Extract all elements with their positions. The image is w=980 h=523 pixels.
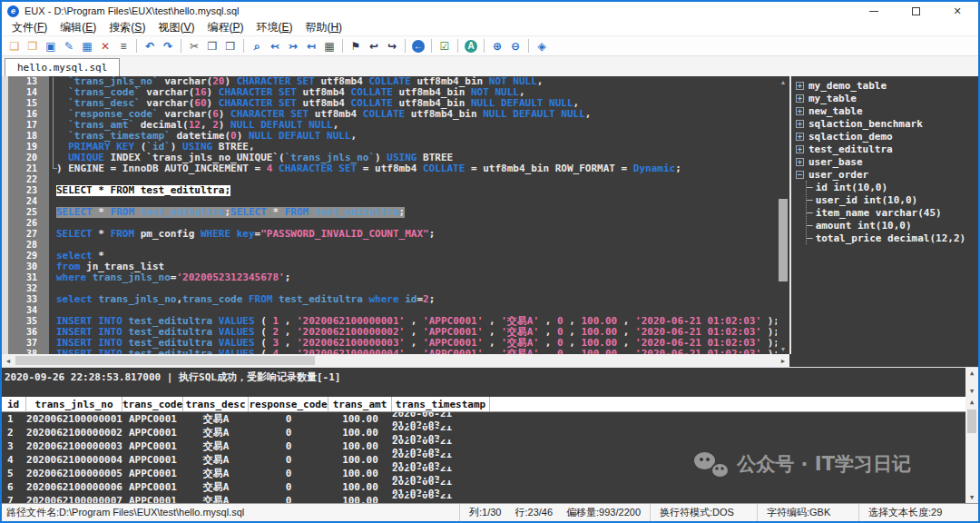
menu-item-p[interactable]: 编程(P)	[201, 20, 250, 35]
menu-item-s[interactable]: 搜索(S)	[103, 20, 152, 35]
save-all-icon[interactable]: ▦	[79, 38, 95, 54]
scroll-down-icon[interactable]: ▼	[965, 386, 978, 397]
expand-icon[interactable]: +	[796, 133, 804, 141]
menu-item-e[interactable]: 环境(E)	[250, 20, 299, 35]
tree-item-sqlaction_demo[interactable]: +sqlaction_demo	[796, 130, 978, 143]
expand-icon[interactable]: +	[796, 94, 804, 103]
column-header-trans_jnls_no[interactable]: trans_jnls_no	[26, 397, 122, 411]
code-line[interactable]: 31where trans_jnls_no='2020052312345678'…	[2, 272, 777, 283]
tree-column-item[interactable]: user_id int(10,0)	[807, 193, 978, 206]
code-line[interactable]: 29select *	[2, 251, 777, 262]
code-line[interactable]: 15 `trans_desc` varchar(60) CHARACTER SE…	[2, 98, 777, 109]
output-vertical-scrollbar[interactable]: ▲ ▼	[965, 368, 978, 397]
tree-column-item[interactable]: total_price decimal(12,2)	[807, 232, 978, 244]
menu-item-e[interactable]: 编辑(E)	[54, 20, 103, 35]
tree-item-my_demo_table[interactable]: +my_demo_table	[796, 79, 978, 92]
bookmark-icon[interactable]: ⚑	[348, 38, 364, 54]
tree-column-item[interactable]: id int(10,0)	[807, 181, 978, 193]
code-line[interactable]: 36INSERT INTO test_editultra VALUES ( 2 …	[2, 327, 777, 338]
column-header-trans_amt[interactable]: trans_amt	[328, 397, 392, 411]
expand-icon[interactable]: +	[796, 158, 804, 166]
table-row[interactable]: 22020062100000002APPC0001交易A0100.002020-…	[2, 426, 978, 439]
back-icon[interactable]: ←	[412, 40, 425, 53]
code-line[interactable]: 20 UNIQUE INDEX `trans_jnls_no_UNIQUE`(`…	[2, 153, 777, 163]
column-header-trans_desc[interactable]: trans_desc	[183, 397, 249, 411]
code-line[interactable]: 30from jn_trans_list	[2, 262, 777, 272]
scrollbar-thumb[interactable]	[779, 199, 788, 282]
tree-item-user_base[interactable]: +user_base	[796, 155, 978, 168]
find-icon[interactable]: ⌕	[249, 38, 265, 54]
results-vertical-scrollbar[interactable]: ▲ ▼	[965, 397, 978, 503]
find-next-icon[interactable]: ↣	[285, 38, 301, 54]
replace-icon[interactable]: ▦	[321, 38, 338, 54]
zoom-in-icon[interactable]: ⊕	[489, 38, 505, 54]
prev-bookmark-icon[interactable]: ↩	[366, 38, 382, 54]
code-line[interactable]: 37INSERT INTO test_editultra VALUES ( 3 …	[2, 338, 777, 349]
code-line[interactable]: 33select trans_jnls_no,trans_code FROM t…	[2, 294, 777, 305]
code-line[interactable]: 16 `response_code` varchar(6) CHARACTER …	[2, 109, 777, 120]
paste-icon[interactable]: ❒	[222, 38, 239, 54]
code-line[interactable]: 21) ENGINE = InnoDB AUTO_INCREMENT = 4 C…	[2, 163, 777, 174]
tab-hello-mysql-sql[interactable]: hello.mysql.sql	[5, 58, 120, 76]
minimize-button[interactable]	[853, 2, 895, 20]
code-editor[interactable]: 13 `trans_jnls_no` varchar(20) CHARACTER…	[2, 76, 777, 354]
expand-icon[interactable]: +	[796, 145, 804, 153]
scroll-up-icon[interactable]: ▲	[965, 368, 978, 379]
tree-column-item[interactable]: item_name varchar(45)	[807, 206, 978, 219]
column-header-response_code[interactable]: response_code	[249, 397, 328, 411]
highlight-icon[interactable]: A	[465, 40, 477, 53]
collapse-icon[interactable]: −	[796, 171, 804, 179]
copy-icon[interactable]: ❐	[204, 38, 220, 54]
code-line[interactable]: 19 PRIMARY KEY (`id`) USING BTREE,	[2, 142, 777, 153]
table-row[interactable]: 12020062100000001APPC0001交易A0100.002020-…	[2, 412, 978, 426]
find-prev-icon[interactable]: ↢	[267, 38, 283, 54]
syntax-check-icon[interactable]: ☑	[436, 38, 453, 54]
code-line[interactable]: 13 `trans_jnls_no` varchar(20) CHARACTER…	[2, 76, 777, 87]
menu-item-h[interactable]: 帮助(H)	[299, 20, 348, 35]
tree-item-new_table[interactable]: +new_table	[796, 104, 978, 117]
code-line[interactable]: 18 `trans_timestamp` datetime(0) NULL DE…	[2, 131, 777, 142]
code-line[interactable]: 17 `trans_amt` decimal(12, 2) NULL DEFAU…	[2, 120, 777, 131]
cut-icon[interactable]: ✂	[186, 38, 202, 54]
scroll-right-icon[interactable]: ►	[777, 354, 789, 367]
save-as-icon[interactable]: ✎	[61, 38, 77, 54]
scroll-left-icon[interactable]: ◄	[2, 354, 15, 367]
menu-item-f[interactable]: 文件(F)	[5, 20, 54, 35]
code-line[interactable]: 24	[2, 196, 777, 207]
code-line[interactable]: 14 `trans_code` varchar(16) CHARACTER SE…	[2, 87, 777, 98]
zoom-out-icon[interactable]: ⊖	[507, 38, 524, 54]
editor-horizontal-scrollbar[interactable]: ◄ ►	[2, 354, 789, 367]
tree-item-my_table[interactable]: +my_table	[796, 92, 978, 104]
code-line[interactable]: 35INSERT INTO test_editultra VALUES ( 1 …	[2, 316, 777, 327]
scroll-up-icon[interactable]: ▲	[777, 76, 789, 87]
column-header-trans_code[interactable]: trans_code	[122, 397, 183, 411]
code-line[interactable]: 25SELECT * FROM test_editultra;SELECT * …	[2, 207, 777, 218]
tree-column-item[interactable]: amount int(10,0)	[807, 219, 978, 232]
tree-item-sqlaction_benchmark[interactable]: +sqlaction_benchmark	[796, 117, 978, 130]
expand-icon[interactable]: +	[796, 107, 804, 115]
undo-icon[interactable]: ↶	[142, 38, 158, 54]
column-header-trans_timestamp[interactable]: trans_timestamp	[392, 397, 490, 411]
expand-icon[interactable]: +	[796, 82, 804, 90]
scrollbar-thumb[interactable]	[15, 356, 315, 365]
close-file-icon[interactable]: ✕	[97, 38, 113, 54]
code-line[interactable]: 34	[2, 305, 777, 316]
save-icon[interactable]: ▣	[43, 38, 59, 54]
expand-icon[interactable]: +	[796, 120, 804, 128]
menu-item-v[interactable]: 视图(V)	[152, 20, 201, 35]
scrollbar-thumb[interactable]	[967, 410, 976, 433]
tree-item-test_editultra[interactable]: +test_editultra	[796, 143, 978, 155]
editor-vertical-scrollbar[interactable]: ▲ ▼	[777, 76, 789, 354]
maximize-button[interactable]	[895, 2, 936, 20]
code-line[interactable]: 27SELECT * FROM pm_config WHERE key="PAS…	[2, 229, 777, 240]
tree-item-user_order[interactable]: −user_order	[796, 168, 978, 181]
scroll-up-icon[interactable]: ▲	[965, 397, 978, 408]
code-line[interactable]: 26	[2, 218, 777, 229]
code-line[interactable]: 32	[2, 283, 777, 294]
code-line[interactable]: 23SELECT * FROM test_editultra;	[2, 185, 777, 196]
redo-icon[interactable]: ↷	[160, 38, 176, 54]
table-row[interactable]: 72020062100000007APPC0001交易A0100.002020-…	[2, 494, 978, 503]
goto-line-icon[interactable]: ↤	[303, 38, 319, 54]
about-icon[interactable]: ◈	[534, 38, 550, 54]
code-line[interactable]: 28	[2, 240, 777, 251]
